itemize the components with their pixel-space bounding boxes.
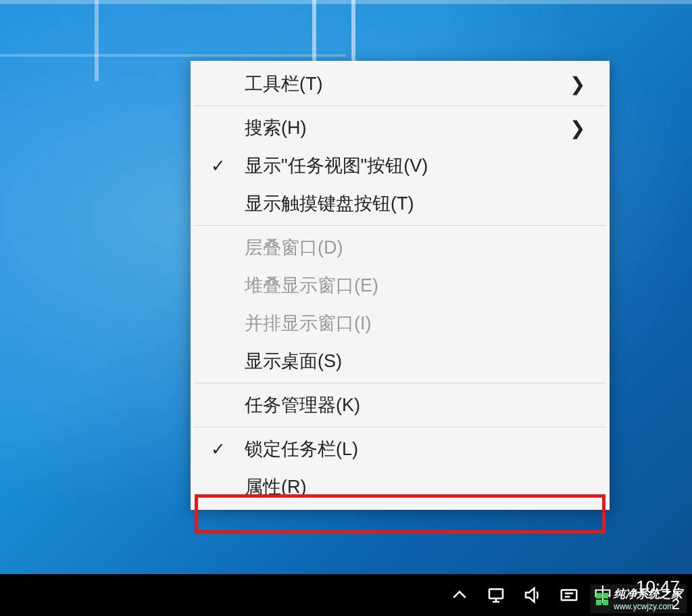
- menu-separator: [194, 105, 606, 106]
- menu-item-show-touch-kb[interactable]: 显示触摸键盘按钮(T): [192, 185, 608, 222]
- taskbar-context-menu: 工具栏(T) ❯ 搜索(H) ❯ ✓ 显示"任务视图"按钮(V) 显示触摸键盘按…: [191, 61, 610, 510]
- menu-item-label: 显示"任务视图"按钮(V): [245, 153, 589, 178]
- menu-item-stack: 堆叠显示窗口(E): [192, 266, 608, 304]
- menu-item-label: 工具栏(T): [245, 72, 570, 96]
- svg-rect-0: [489, 589, 503, 598]
- menu-item-lock-taskbar[interactable]: ✓ 锁定任务栏(L): [192, 430, 608, 468]
- svg-rect-3: [603, 592, 608, 598]
- show-hidden-icons[interactable]: [448, 584, 471, 607]
- watermark-label: 纯净系统之家: [614, 586, 683, 602]
- menu-separator: [194, 427, 606, 427]
- menu-item-search[interactable]: 搜索(H) ❯: [192, 109, 608, 147]
- svg-rect-1: [562, 590, 577, 600]
- watermark: 纯净系统之家 www.ycwjzy.com: [591, 584, 687, 613]
- chevron-right-icon: ❯: [570, 117, 589, 139]
- ime-options-icon[interactable]: [558, 584, 580, 607]
- svg-rect-2: [596, 592, 601, 598]
- menu-separator: [194, 225, 606, 226]
- menu-item-label: 锁定任务栏(L): [245, 437, 589, 461]
- windows-logo-icon: [595, 592, 610, 607]
- menu-item-show-task-view[interactable]: ✓ 显示"任务视图"按钮(V): [192, 147, 608, 185]
- menu-item-label: 任务管理器(K): [245, 393, 589, 417]
- check-icon: ✓: [192, 156, 245, 176]
- menu-item-toolbars[interactable]: 工具栏(T) ❯: [192, 65, 608, 103]
- watermark-url: www.ycwjzy.com: [614, 602, 683, 611]
- menu-item-label: 显示桌面(S): [245, 349, 589, 373]
- volume-icon[interactable]: [521, 584, 544, 607]
- menu-item-label: 堆叠显示窗口(E): [245, 273, 589, 298]
- menu-item-side-by-side: 并排显示窗口(I): [192, 304, 608, 342]
- network-icon[interactable]: [485, 584, 508, 607]
- menu-separator: [194, 383, 606, 383]
- svg-rect-5: [603, 599, 608, 605]
- svg-rect-4: [596, 599, 601, 605]
- chevron-right-icon: ❯: [570, 73, 589, 95]
- menu-item-properties[interactable]: 属性(R): [192, 468, 608, 506]
- menu-item-show-desktop[interactable]: 显示桌面(S): [192, 342, 608, 380]
- menu-item-label: 并排显示窗口(I): [245, 311, 589, 335]
- menu-item-label: 搜索(H): [245, 116, 570, 140]
- menu-item-label: 显示触摸键盘按钮(T): [245, 191, 589, 216]
- menu-item-cascade: 层叠窗口(D): [192, 229, 608, 266]
- desktop-wallpaper[interactable]: 工具栏(T) ❯ 搜索(H) ❯ ✓ 显示"任务视图"按钮(V) 显示触摸键盘按…: [0, 0, 692, 616]
- menu-item-task-manager[interactable]: 任务管理器(K): [192, 386, 608, 424]
- taskbar[interactable]: 中 10:47 2: [0, 574, 692, 616]
- menu-item-label: 层叠窗口(D): [245, 235, 589, 260]
- menu-item-label: 属性(R): [245, 475, 589, 499]
- check-icon: ✓: [192, 439, 245, 460]
